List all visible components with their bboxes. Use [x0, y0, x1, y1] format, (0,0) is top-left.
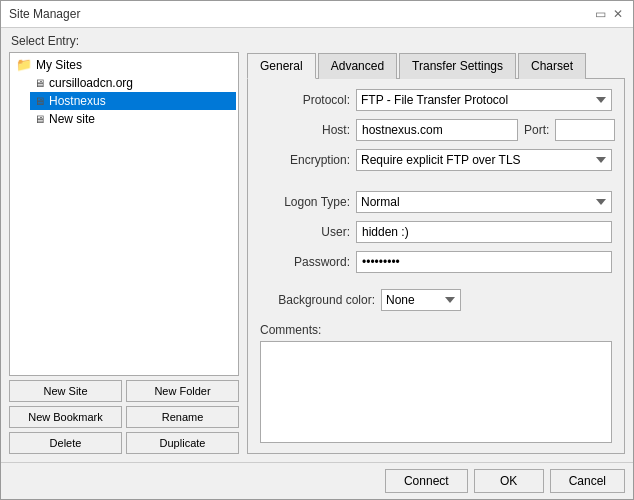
site-icon-2: 🖥	[34, 95, 45, 107]
port-input[interactable]	[555, 119, 615, 141]
host-input[interactable]	[356, 119, 518, 141]
right-panel: General Advanced Transfer Settings Chars…	[247, 52, 625, 454]
host-row: Host: Port:	[260, 119, 612, 141]
delete-button[interactable]: Delete	[9, 432, 122, 454]
encryption-select[interactable]: Require explicit FTP over TLS Use explic…	[356, 149, 612, 171]
tab-general-content: Protocol: FTP - File Transfer Protocol S…	[247, 79, 625, 454]
bg-color-label: Background color:	[260, 293, 375, 307]
tree-item-new-site[interactable]: 🖥 New site	[30, 110, 236, 128]
tab-charset[interactable]: Charset	[518, 53, 586, 79]
comments-section: Comments:	[260, 319, 612, 443]
new-site-button[interactable]: New Site	[9, 380, 122, 402]
ok-button[interactable]: OK	[474, 469, 544, 493]
left-panel-buttons: New Site New Folder New Bookmark Rename …	[9, 380, 239, 454]
site-icon-3: 🖥	[34, 113, 45, 125]
window-body: Select Entry: 📁 My Sites 🖥 cursilloadcn.…	[1, 28, 633, 499]
tree-root-label: My Sites	[36, 58, 82, 72]
rename-button[interactable]: Rename	[126, 406, 239, 428]
protocol-label: Protocol:	[260, 93, 350, 107]
tree-item-label-3: New site	[49, 112, 95, 126]
logon-type-select[interactable]: Normal Anonymous Ask for password Intera…	[356, 191, 612, 213]
left-panel: 📁 My Sites 🖥 cursilloadcn.org 🖥 Hostnexu…	[9, 52, 239, 454]
logon-type-label: Logon Type:	[260, 195, 350, 209]
content-area: 📁 My Sites 🖥 cursilloadcn.org 🖥 Hostnexu…	[1, 52, 633, 462]
encryption-label: Encryption:	[260, 153, 350, 167]
comments-textarea[interactable]	[260, 341, 612, 443]
title-bar: Site Manager ▭ ✕	[1, 1, 633, 28]
user-row: User:	[260, 221, 612, 243]
encryption-row: Encryption: Require explicit FTP over TL…	[260, 149, 612, 171]
tree-item-label-2: Hostnexus	[49, 94, 106, 108]
connect-button[interactable]: Connect	[385, 469, 468, 493]
select-entry-label: Select Entry:	[1, 28, 633, 52]
logon-type-row: Logon Type: Normal Anonymous Ask for pas…	[260, 191, 612, 213]
folder-icon: 📁	[16, 57, 32, 72]
protocol-select[interactable]: FTP - File Transfer Protocol SFTP - SSH …	[356, 89, 612, 111]
password-row: Password:	[260, 251, 612, 273]
tab-transfer-settings[interactable]: Transfer Settings	[399, 53, 516, 79]
tree-item-hostnexus[interactable]: 🖥 Hostnexus	[30, 92, 236, 110]
duplicate-button[interactable]: Duplicate	[126, 432, 239, 454]
resize-button[interactable]: ▭	[593, 7, 607, 21]
footer-buttons: Connect OK Cancel	[1, 462, 633, 499]
new-bookmark-button[interactable]: New Bookmark	[9, 406, 122, 428]
user-label: User:	[260, 225, 350, 239]
password-input[interactable]	[356, 251, 612, 273]
tree-item-label-1: cursilloadcn.org	[49, 76, 133, 90]
protocol-row: Protocol: FTP - File Transfer Protocol S…	[260, 89, 612, 111]
port-label: Port:	[524, 123, 549, 137]
site-icon-1: 🖥	[34, 77, 45, 89]
close-button[interactable]: ✕	[611, 7, 625, 21]
new-folder-button[interactable]: New Folder	[126, 380, 239, 402]
window-title: Site Manager	[9, 7, 80, 21]
user-input[interactable]	[356, 221, 612, 243]
host-label: Host:	[260, 123, 350, 137]
bg-color-row: Background color: None Red Green Blue Ye…	[260, 289, 612, 311]
tree-view[interactable]: 📁 My Sites 🖥 cursilloadcn.org 🖥 Hostnexu…	[9, 52, 239, 376]
site-manager-window: Site Manager ▭ ✕ Select Entry: 📁 My Site…	[0, 0, 634, 500]
tree-item-cursilloadcn[interactable]: 🖥 cursilloadcn.org	[30, 74, 236, 92]
bg-color-select[interactable]: None Red Green Blue Yellow	[381, 289, 461, 311]
title-bar-controls: ▭ ✕	[593, 7, 625, 21]
tree-children: 🖥 cursilloadcn.org 🖥 Hostnexus 🖥 New sit…	[12, 74, 236, 128]
spacer-1	[260, 179, 612, 183]
comments-label: Comments:	[260, 323, 612, 337]
tab-bar: General Advanced Transfer Settings Chars…	[247, 52, 625, 79]
tab-advanced[interactable]: Advanced	[318, 53, 397, 79]
password-label: Password:	[260, 255, 350, 269]
tab-general[interactable]: General	[247, 53, 316, 79]
tree-item-my-sites[interactable]: 📁 My Sites	[12, 55, 236, 74]
cancel-button[interactable]: Cancel	[550, 469, 625, 493]
